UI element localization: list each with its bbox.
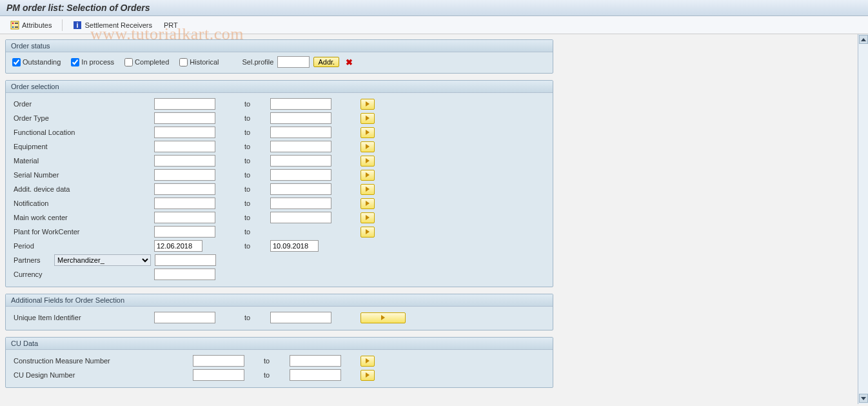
to-label: to [244,314,270,321]
arrow-right-icon [366,229,370,234]
multi-selection-button[interactable] [360,212,375,223]
to-label: to [244,199,270,207]
to-label: to [244,242,270,250]
multi-selection-button[interactable] [360,370,375,381]
arrow-right-icon [366,130,370,135]
multi-selection-button[interactable] [360,170,375,181]
from-input[interactable] [154,127,215,138]
period-from-input[interactable] [154,240,202,252]
svg-rect-3 [15,23,18,24]
cu-row: CU Design Numberto [12,368,546,382]
to-input[interactable] [270,98,331,110]
uii-to-input[interactable] [270,312,331,323]
partners-select[interactable]: Merchandizer_ [54,254,151,266]
from-input[interactable] [154,183,215,195]
toolbar: Attributes i Settlement Receivers PRT [0,16,868,34]
to-input[interactable] [270,155,331,167]
selection-row: Notificationto [12,196,546,210]
vertical-scrollbar[interactable] [858,34,868,404]
sel-profile-label: Sel.profile [242,58,274,66]
toolbar-separator [62,19,63,31]
arrow-right-icon [366,144,370,149]
completed-checkbox[interactable]: Completed [124,58,169,66]
to-label: to [244,128,270,136]
from-input[interactable] [154,226,215,238]
multi-selection-button[interactable] [360,127,375,138]
scroll-down-button[interactable] [859,394,868,403]
from-input[interactable] [154,198,215,209]
prt-label: PRT [164,21,178,29]
multi-selection-button[interactable] [360,99,375,110]
to-input[interactable] [270,169,331,181]
multi-selection-button[interactable] [360,141,375,152]
selection-row: Materialto [12,154,546,168]
partners-input[interactable] [155,254,216,266]
arrow-right-icon [366,172,370,178]
additional-fields-legend: Additional Fields for Order Selection [6,294,553,307]
to-input[interactable] [270,183,331,195]
completed-label: Completed [135,58,169,66]
uii-from-input[interactable] [154,312,215,323]
from-input[interactable] [193,369,244,381]
to-label: to [244,214,270,221]
field-label: Functional Location [12,128,154,136]
addr-button[interactable]: Addr. [313,57,339,67]
field-label: Addit. device data [12,185,154,193]
to-label: to [264,371,290,379]
from-input[interactable] [193,355,244,367]
inprocess-label: In process [81,58,114,66]
period-label: Period [12,242,154,250]
selection-row: Serial Numberto [12,168,546,182]
from-input[interactable] [154,141,215,152]
field-label: Order [12,100,154,108]
multi-selection-button[interactable] [360,356,375,367]
from-input[interactable] [154,112,215,124]
to-label: to [244,171,270,179]
multi-selection-button[interactable] [360,184,375,195]
multi-selection-button[interactable] [360,227,375,238]
order-selection-group: Order selection OrdertoOrder TypetoFunct… [5,80,553,287]
triangle-down-icon [861,397,866,400]
arrow-right-icon [381,315,385,320]
from-input[interactable] [154,212,215,223]
svg-point-1 [12,22,14,24]
from-input[interactable] [154,155,215,167]
order-status-group: Order status Outstanding In process Comp… [5,39,553,74]
to-label: to [264,357,290,365]
cu-row: Construction Measure Numberto [12,354,546,368]
outstanding-checkbox[interactable]: Outstanding [12,58,61,66]
from-input[interactable] [154,169,215,181]
to-input[interactable] [270,127,331,138]
attributes-button[interactable]: Attributes [6,19,55,31]
arrow-right-icon [366,187,370,192]
uii-label: Unique Item Identifier [12,314,154,321]
to-input[interactable] [290,369,341,381]
multi-selection-button[interactable] [360,113,375,124]
to-input[interactable] [270,198,331,209]
currency-input[interactable] [154,269,215,280]
clear-profile-button[interactable]: ✖ [343,57,355,67]
attributes-label: Attributes [22,21,52,29]
selection-row: Plant for WorkCenterto [12,225,546,239]
arrow-right-icon [366,101,370,107]
to-input[interactable] [270,141,331,152]
to-input[interactable] [290,355,341,367]
from-input[interactable] [154,98,215,110]
selection-row: Main work centerto [12,210,546,225]
inprocess-checkbox[interactable]: In process [71,58,114,66]
uii-multi-button[interactable] [360,312,406,323]
historical-checkbox[interactable]: Historical [179,58,219,66]
period-to-input[interactable] [270,240,319,252]
prt-button[interactable]: PRT [160,20,182,30]
to-input[interactable] [270,212,331,223]
sel-profile-input[interactable] [277,56,310,68]
multi-selection-button[interactable] [360,198,375,209]
selection-row: Order Typeto [12,111,546,125]
svg-rect-0 [11,21,19,29]
to-label: to [244,228,270,236]
multi-selection-button[interactable] [360,156,375,167]
settlement-receivers-button[interactable]: i Settlement Receivers [69,19,156,31]
scroll-up-button[interactable] [859,35,868,44]
to-input[interactable] [270,112,331,124]
settlement-label: Settlement Receivers [84,21,152,29]
